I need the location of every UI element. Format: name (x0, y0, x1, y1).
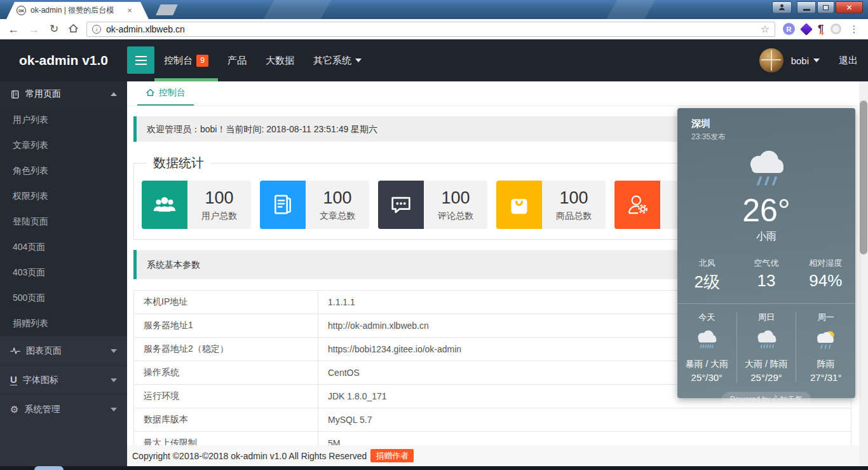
forward-icon[interactable]: → (27, 24, 41, 35)
breadcrumb-tab-console[interactable]: 控制台 (137, 81, 194, 106)
nav-items: 控制台 9 产品 大数据 其它系统 (154, 39, 371, 81)
app-navbar: ok-admin v1.0 控制台 9 产品 大数据 其它系统 bobi (0, 39, 868, 81)
nav-label: 其它系统 (313, 55, 351, 67)
forecast-monday: 周一 阵雨 27°/31° (796, 312, 855, 383)
nav-item-other-systems[interactable]: 其它系统 (304, 39, 371, 81)
sidebar-group-common-pages[interactable]: 常用页面 (0, 81, 127, 107)
close-button[interactable]: ✕ (836, 1, 863, 13)
forecast-desc: 暴雨 / 大雨 (677, 359, 736, 370)
home-icon[interactable] (66, 23, 80, 36)
sidebar-item-role-list[interactable]: 角色列表 (0, 158, 127, 183)
sidebar-item-login-page[interactable]: 登陆页面 (0, 209, 127, 234)
person-icon (778, 3, 786, 11)
extension-diamond-icon[interactable] (800, 23, 813, 36)
sidebar-item-403-page[interactable]: 403页面 (0, 259, 127, 285)
sidebar-item-article-list[interactable]: 文章列表 (0, 132, 127, 158)
forecast-day: 周一 (796, 312, 855, 323)
hamburger-icon (135, 56, 147, 57)
weather-published: 23:35发布 (691, 132, 841, 142)
pilcrow-arrow-icon: ➜ (818, 30, 824, 37)
comment-icon (378, 181, 424, 229)
nav-label: 大数据 (266, 55, 294, 67)
forecast-today: 今天 暴雨 / 大雨 25°/30° (677, 312, 736, 383)
page-scrollbar[interactable] (859, 81, 868, 466)
taskbar-peek (34, 466, 64, 470)
customer-gear-icon (614, 181, 660, 229)
profile-button[interactable] (772, 1, 792, 13)
sidebar-group-label: 常用页面 (25, 88, 111, 100)
url-text[interactable]: ok-admin.xlbweb.cn (106, 24, 761, 34)
stat-label: 空气优 (736, 258, 796, 269)
sidebar-item-user-list[interactable]: 用户列表 (0, 107, 127, 132)
house-icon (146, 88, 155, 97)
sidebar-group-label: 图表页面 (26, 345, 111, 357)
sidebar-item-404-page[interactable]: 404页面 (0, 234, 127, 259)
back-icon[interactable]: ← (6, 24, 20, 35)
donate-author-button[interactable]: 捐赠作者 (370, 449, 414, 462)
sidebar-group-system[interactable]: ⚙ 系统管理 (0, 394, 127, 424)
stat-number: 100 (441, 188, 470, 208)
reload-icon[interactable]: ↻ (47, 24, 61, 34)
forecast-desc: 大雨 / 阵雨 (737, 359, 796, 370)
browser-tab[interactable]: OK ok-admin | 很赞的后台模 ✕ (6, 2, 149, 19)
pulse-icon (10, 347, 20, 355)
sidebar-group-font-icons[interactable]: U 字体图标 (0, 365, 127, 394)
tab-title: ok-admin | 很赞的后台模 (31, 5, 126, 16)
sidebar-item-500-page[interactable]: 500页面 (0, 285, 127, 310)
chevron-down-icon (111, 378, 117, 382)
logout-button[interactable]: 退出 (839, 55, 858, 67)
stat-card-users: 100 用户总数 (142, 181, 251, 229)
powered-by-badge[interactable]: Powered by 心知天气 (722, 392, 811, 408)
param-value: MySQL 5.7 (318, 408, 851, 432)
user-menu[interactable]: bobi (791, 55, 820, 66)
maximize-button[interactable] (817, 1, 834, 13)
forecast-day: 周日 (737, 312, 796, 323)
extension-pilcrow-icon[interactable]: ¶➜ (818, 24, 824, 34)
footer: Copyright ©2018-©2018 ok-admin v1.0 All … (127, 445, 859, 466)
stat-number: 100 (559, 188, 588, 208)
browser-toolbar: ← → ↻ i ok-admin.xlbweb.cn ☆ R ¶➜ ⋮ (0, 19, 868, 39)
sidebar-group-charts[interactable]: 图表页面 (0, 336, 127, 365)
stat-label: 相对湿度 (796, 258, 855, 269)
page-info-icon[interactable]: i (92, 25, 101, 34)
extension-r-icon[interactable]: R (783, 23, 795, 35)
weather-temperature: 26° (677, 195, 855, 226)
browser-titlebar: OK ok-admin | 很赞的后台模 ✕ ✕ (0, 0, 868, 19)
sidebar-group-label: 系统管理 (24, 404, 111, 415)
minimize-button[interactable] (797, 1, 816, 13)
url-bar[interactable]: i ok-admin.xlbweb.cn ☆ (86, 22, 775, 37)
nav-item-bigdata[interactable]: 大数据 (256, 39, 304, 81)
window-bottom-edge (0, 466, 868, 470)
stat-value: 13 (736, 271, 796, 291)
weather-condition: 小雨 (677, 230, 855, 244)
stat-label: 评论总数 (438, 211, 473, 222)
browser-menu-icon[interactable]: ⋮ (849, 24, 858, 35)
forecast-day: 今天 (677, 312, 736, 323)
new-tab-button[interactable] (156, 4, 178, 15)
sidebar-item-permission-list[interactable]: 权限列表 (0, 183, 127, 209)
gear-icon: ⚙ (10, 404, 18, 414)
minimize-icon (803, 9, 810, 11)
maximize-icon (823, 5, 829, 10)
tab-close-icon[interactable]: ✕ (127, 8, 132, 14)
favicon-icon: OK (17, 6, 26, 15)
rain-icon (752, 328, 780, 352)
chevron-down-icon (111, 349, 117, 353)
forecast-temps: 27°/31° (796, 372, 855, 383)
stat-value: 2级 (677, 271, 736, 293)
sidebar-toggle-button[interactable] (127, 46, 154, 74)
app-logo[interactable]: ok-admin v1.0 (0, 39, 127, 81)
extensions-area: R ¶➜ (783, 23, 841, 35)
param-label: 运行环境 (134, 385, 318, 408)
extension-disabled-icon[interactable] (831, 24, 841, 34)
nav-item-product[interactable]: 产品 (218, 39, 256, 81)
heavy-rain-icon (693, 328, 721, 352)
rain-cloud-icon (677, 145, 855, 193)
bookmark-star-icon[interactable]: ☆ (761, 24, 770, 34)
user-avatar[interactable] (759, 48, 783, 73)
scrollbar-thumb[interactable] (860, 100, 867, 254)
weather-stats: 北风 2级 空气优 13 相对湿度 94% (677, 258, 855, 293)
sidebar-item-donate-list[interactable]: 捐赠列表 (0, 310, 127, 336)
nav-right: bobi 退出 (759, 39, 858, 81)
nav-item-console[interactable]: 控制台 9 (154, 39, 218, 81)
